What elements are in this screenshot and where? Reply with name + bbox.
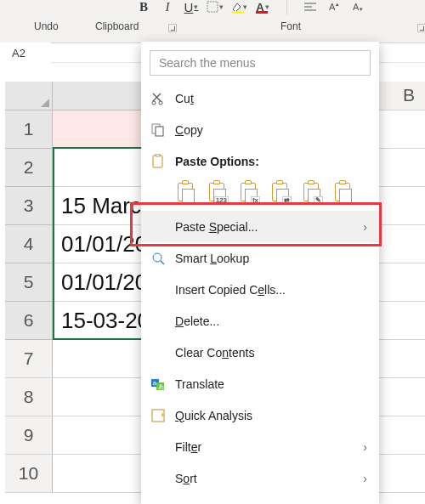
chevron-right-icon: › xyxy=(363,220,367,234)
paste-link-icon[interactable] xyxy=(332,183,354,205)
menu-label: Translate xyxy=(175,377,224,391)
svg-point-9 xyxy=(159,101,162,105)
menu-label: Filter xyxy=(175,440,201,454)
menu-paste-special[interactable]: Paste Special... › xyxy=(141,211,379,242)
search-globe-icon xyxy=(150,250,167,267)
menu-paste-options-header: Paste Options: xyxy=(141,145,379,177)
menu-delete[interactable]: Delete... xyxy=(141,305,379,337)
svg-line-15 xyxy=(161,261,164,264)
row-header[interactable]: 6 xyxy=(5,302,53,340)
menu-label: Copy xyxy=(175,123,203,137)
svg-point-8 xyxy=(152,101,156,105)
menu-label: Delete... xyxy=(175,314,219,328)
name-box[interactable]: A2 xyxy=(0,42,51,63)
clipboard-group-label: Clipboard xyxy=(95,20,139,32)
menu-sort[interactable]: Sort › xyxy=(141,462,379,494)
paste-transpose-icon[interactable]: ⇄ xyxy=(269,183,292,205)
increase-font-button[interactable]: A▴ xyxy=(325,0,343,14)
paste-options-row: 123 fx ⇄ ✎ xyxy=(141,177,379,211)
divider xyxy=(277,0,296,14)
select-all-triangle[interactable] xyxy=(5,82,53,110)
menu-copy[interactable]: Copy xyxy=(141,114,379,145)
decrease-font-button[interactable]: A▾ xyxy=(348,0,367,14)
font-dialog-launcher[interactable] xyxy=(417,24,425,32)
menu-cut[interactable]: Cut xyxy=(141,82,379,114)
undo-group-label: Undo xyxy=(34,20,59,32)
row-header[interactable]: 4 xyxy=(5,225,53,263)
align-button-1[interactable] xyxy=(301,0,320,14)
menu-label: Paste Special... xyxy=(175,220,258,234)
menu-filter[interactable]: Filter › xyxy=(141,431,379,462)
menu-quick-analysis[interactable]: Quick Analysis xyxy=(141,399,379,431)
svg-text:A: A xyxy=(329,2,336,12)
menu-label: Smart Lookup xyxy=(175,252,249,265)
menu-label: Insert Copied Cells... xyxy=(175,283,286,297)
row-header[interactable]: 2 xyxy=(5,149,53,187)
clipboard-dialog-launcher[interactable] xyxy=(168,24,177,32)
paste-all-icon[interactable] xyxy=(175,183,197,205)
quick-analysis-icon xyxy=(150,407,167,424)
svg-rect-0 xyxy=(207,2,218,12)
svg-text:▾: ▾ xyxy=(360,6,363,12)
svg-rect-11 xyxy=(156,127,163,136)
svg-point-14 xyxy=(153,253,162,262)
menu-label: Sort xyxy=(175,472,197,485)
context-menu: Cut Copy Paste Options: 123 fx ⇄ ✎ Paste… xyxy=(141,42,379,504)
svg-text:あ: あ xyxy=(158,383,164,390)
row-header[interactable]: 5 xyxy=(5,263,53,302)
row-header[interactable]: 7 xyxy=(5,340,53,378)
bold-button[interactable]: B xyxy=(134,0,153,14)
row-header[interactable]: 1 xyxy=(5,110,53,149)
fill-color-button[interactable]: ▾ xyxy=(230,0,248,14)
menu-clear-contents[interactable]: Clear Contents xyxy=(141,337,379,368)
menu-label: Paste Options: xyxy=(175,155,259,168)
svg-text:a: a xyxy=(153,380,156,386)
paste-values-icon[interactable]: 123 xyxy=(207,183,229,205)
svg-text:A: A xyxy=(353,2,360,12)
menu-label: Clear Contents xyxy=(175,346,254,360)
copy-icon xyxy=(150,122,167,139)
borders-button[interactable]: ▾ xyxy=(206,0,224,14)
font-color-button[interactable]: A▾ xyxy=(253,0,272,14)
row-header[interactable]: 3 xyxy=(5,187,53,225)
ribbon-fragment: B I U▾ ▾ ▾ A▾ A▴ A▾ Undo Clipboard Font xyxy=(0,0,425,42)
menu-translate[interactable]: aあ Translate xyxy=(141,368,379,399)
svg-text:▴: ▴ xyxy=(336,1,339,7)
paste-formatting-icon[interactable]: ✎ xyxy=(301,183,323,205)
paste-formulas-icon[interactable]: fx xyxy=(238,183,260,205)
translate-icon: aあ xyxy=(150,376,167,393)
clipboard-icon xyxy=(150,153,167,170)
svg-rect-13 xyxy=(156,154,160,156)
font-group-label: Font xyxy=(280,20,301,32)
row-header[interactable]: 10 xyxy=(5,455,53,493)
menu-smart-lookup[interactable]: Smart Lookup xyxy=(141,242,379,274)
scissors-icon xyxy=(150,90,167,107)
row-header[interactable]: 8 xyxy=(5,378,53,416)
menu-insert-copied-cells[interactable]: Insert Copied Cells... xyxy=(141,274,379,305)
italic-button[interactable]: I xyxy=(158,0,177,14)
svg-rect-12 xyxy=(153,156,162,167)
underline-button[interactable]: U▾ xyxy=(182,0,201,14)
chevron-right-icon: › xyxy=(363,472,367,485)
chevron-right-icon: › xyxy=(363,440,367,454)
menu-search-input[interactable] xyxy=(150,50,371,76)
row-header[interactable]: 9 xyxy=(5,416,53,455)
menu-label: Cut xyxy=(175,92,194,105)
menu-label: Quick Analysis xyxy=(175,409,252,422)
